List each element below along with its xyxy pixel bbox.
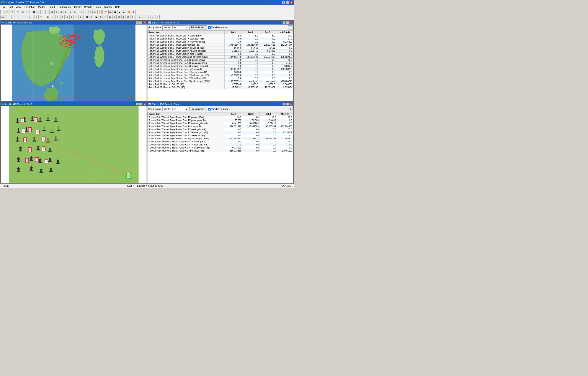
tb-new[interactable]: 📄 bbox=[0, 10, 5, 14]
tb2-btn-30[interactable]: ⬦ bbox=[146, 15, 150, 19]
tb-btn-11[interactable]: ◈ bbox=[68, 10, 73, 14]
tb-clock[interactable]: ⏰ bbox=[104, 10, 108, 14]
menu-results[interactable]: Results bbox=[83, 5, 94, 9]
tb-pointer[interactable]: ↖ bbox=[79, 10, 84, 14]
menu-file[interactable]: File bbox=[0, 5, 7, 9]
tb-save[interactable]: 💾 bbox=[10, 10, 14, 14]
menu-output[interactable]: Output bbox=[46, 5, 56, 9]
tb2-btn-5[interactable]: ━ bbox=[21, 15, 25, 19]
tb-btn-9[interactable]: ⊠ bbox=[59, 10, 63, 14]
tb2-btn-4[interactable]: ╌ bbox=[16, 15, 20, 19]
sim4-edit-vars-btn[interactable]: Edit Variables... bbox=[189, 107, 207, 111]
tb-play[interactable]: ⏩ bbox=[127, 10, 131, 14]
panel-sim4-minimize[interactable]: ─ bbox=[283, 103, 285, 106]
tb2-btn-1[interactable]: ((●)) bbox=[0, 15, 5, 19]
panel-sim1-minimize[interactable]: ─ bbox=[136, 21, 139, 24]
tb-zoom-in[interactable]: 🔍 bbox=[88, 10, 93, 14]
sim3-edit-vars-btn[interactable]: Edit Variables... bbox=[189, 25, 207, 30]
tb-btn-4[interactable]: ⬜ bbox=[36, 10, 41, 14]
sim3-vars-checkbox[interactable] bbox=[208, 26, 211, 29]
tb2-btn-15[interactable]: ∑ bbox=[74, 15, 78, 19]
tb-btn-7[interactable]: ⊞ bbox=[50, 10, 54, 14]
tb-btn-8[interactable]: ⊟ bbox=[54, 10, 59, 14]
menu-help[interactable]: Help bbox=[114, 5, 121, 9]
tb2-btn-10[interactable]: ⋈ bbox=[51, 15, 55, 19]
menu-simulation[interactable]: Simulation bbox=[22, 5, 36, 9]
tb-btn-12[interactable]: ◉ bbox=[73, 10, 77, 14]
menu-terrain[interactable]: Terrain bbox=[73, 5, 82, 9]
menu-propagation[interactable]: Propagation bbox=[57, 5, 72, 9]
tb-paste[interactable]: 📋 bbox=[25, 10, 30, 14]
tb2-btn-7[interactable]: ⤳ bbox=[30, 15, 34, 19]
panel-sim2-maximize[interactable]: □ bbox=[139, 103, 142, 106]
tb-fast-forward[interactable]: ⏭ bbox=[122, 10, 126, 14]
tb2-btn-17[interactable]: ⬛ bbox=[85, 15, 89, 19]
panel-sim1-map[interactable] bbox=[1, 24, 147, 101]
tb2-btn-28[interactable]: ◆ bbox=[137, 15, 141, 19]
svg-rect-27 bbox=[9, 106, 138, 183]
tb-skip-back[interactable]: ⏮ bbox=[108, 10, 113, 14]
minimize-button[interactable]: ─ bbox=[282, 1, 285, 4]
menu-window[interactable]: Window bbox=[102, 5, 113, 9]
panel-sim1-maximize[interactable]: □ bbox=[139, 21, 142, 24]
panel-sim3-table-container[interactable]: Group Item Sat-1 Sat-2 Sat-3 MS-T to B R… bbox=[147, 31, 293, 101]
tb-crosshair[interactable]: ✛ bbox=[84, 10, 88, 14]
panel-sim3-maximize[interactable]: □ bbox=[286, 21, 289, 24]
sim3-copy-btn[interactable]: ⧉ bbox=[288, 25, 293, 30]
panel-sim2-close[interactable]: ✕ bbox=[143, 103, 146, 106]
sim3-group-select[interactable]: Wanted links bbox=[162, 25, 189, 30]
tb2-btn-18[interactable]: ◫ bbox=[90, 15, 94, 19]
tb-stop[interactable]: ⏹ bbox=[113, 10, 117, 14]
panel-sim2-minimize[interactable]: ─ bbox=[136, 103, 139, 106]
tb-zoom-out[interactable]: 🔎 bbox=[93, 10, 97, 14]
tb2-btn-22[interactable]: ▣ bbox=[108, 15, 112, 19]
menu-model[interactable]: Model bbox=[37, 5, 46, 9]
tb2-btn-25[interactable]: ▦ bbox=[121, 15, 126, 19]
tb2-btn-6[interactable]: ⇝ bbox=[25, 15, 30, 19]
tb2-btn-20[interactable]: ◩ bbox=[99, 15, 103, 19]
tb-open[interactable]: 📂 bbox=[5, 10, 9, 14]
tb-btn-10[interactable]: ⊡ bbox=[63, 10, 68, 14]
tb-btn-6[interactable]: ▫ bbox=[45, 10, 50, 14]
tb2-btn-29[interactable]: ⬥ bbox=[142, 15, 146, 19]
tb2-btn-26[interactable]: ▧ bbox=[126, 15, 130, 19]
tb2-btn-14[interactable]: ⋑ bbox=[69, 15, 74, 19]
sim4-group-select[interactable]: Wanted links bbox=[162, 107, 189, 111]
menu-view[interactable]: View bbox=[14, 5, 22, 9]
menu-edit[interactable]: Edit bbox=[7, 5, 14, 9]
tb2-btn-13[interactable]: ⋐ bbox=[65, 15, 69, 19]
panel-sim4-maximize[interactable]: □ bbox=[286, 103, 289, 106]
tb2-btn-3[interactable]: ⋯ bbox=[11, 15, 16, 19]
panel-sim4-close[interactable]: ✕ bbox=[289, 103, 293, 106]
tb2-btn-2[interactable]: • bbox=[5, 15, 9, 19]
tb2-btn-16[interactable]: ⊕ bbox=[78, 15, 83, 19]
panel-sim4-table-container[interactable]: Group Item Sat-1 Sat-2 Sat-3 MS-T to For… bbox=[147, 112, 293, 183]
tb2-btn-12[interactable]: ⟲ bbox=[60, 15, 65, 19]
menu-tools[interactable]: Tools bbox=[94, 5, 102, 9]
tb-step-forward[interactable]: ▶ bbox=[117, 10, 122, 14]
tb-btn-3[interactable]: ⬛ bbox=[32, 10, 36, 14]
tb2-btn-19[interactable]: ◪ bbox=[94, 15, 98, 19]
tb2-btn-24[interactable]: ▥ bbox=[117, 15, 121, 19]
tb-cut[interactable]: ✂ bbox=[16, 10, 20, 14]
tb2-btn-27[interactable]: ▨ bbox=[131, 15, 135, 19]
sim4-vars-checkbox[interactable] bbox=[208, 108, 211, 111]
tb2-btn-11[interactable]: ⟳ bbox=[56, 15, 60, 19]
close-button[interactable]: ✕ bbox=[290, 1, 293, 4]
tb2-btn-21[interactable]: ⬚ bbox=[103, 15, 107, 19]
tb2-btn-9[interactable]: ↻ bbox=[39, 15, 43, 19]
tb2-btn-32[interactable]: ⋄ bbox=[155, 15, 159, 19]
panel-sim2-map[interactable] bbox=[1, 106, 147, 183]
tb-copy[interactable]: ⎘ bbox=[21, 10, 25, 14]
tb2-btn-8[interactable]: ↺ bbox=[34, 15, 39, 19]
sim4-copy-btn[interactable]: ⧉ bbox=[288, 107, 293, 111]
tb-info[interactable]: ℹ bbox=[131, 10, 136, 14]
panel-sim3-close[interactable]: ✕ bbox=[289, 21, 293, 24]
panel-sim1-close[interactable]: ✕ bbox=[143, 21, 146, 24]
panel-sim3-minimize[interactable]: ─ bbox=[283, 21, 285, 24]
tb2-btn-31[interactable]: ◇ bbox=[151, 15, 155, 19]
maximize-button[interactable]: □ bbox=[286, 1, 289, 4]
tb-pan[interactable]: ✋ bbox=[97, 10, 102, 14]
tb2-btn-23[interactable]: ▤ bbox=[112, 15, 117, 19]
tb-btn-5[interactable]: ▪ bbox=[41, 10, 45, 14]
